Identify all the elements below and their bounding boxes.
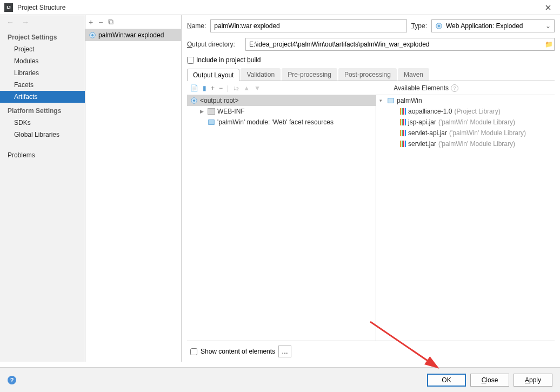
lib-node[interactable]: jsp-api.jar ('palmWin' Module Library) <box>376 117 555 128</box>
layout-toolbar: 📄 ▮ + − | ↓₂ ▲ ▼ Available Elements ? <box>187 81 555 95</box>
tab-validation[interactable]: Validation <box>241 68 281 81</box>
show-content-label: Show content of elements <box>201 348 275 355</box>
library-icon <box>400 141 406 147</box>
window-close-button[interactable] <box>541 2 556 13</box>
library-icon <box>400 119 406 125</box>
lib-node[interactable]: aopalliance-1.0 (Project Library) <box>376 106 555 117</box>
tab-strip: Output Layout Validation Pre-processing … <box>187 68 555 81</box>
nav-forward-icon[interactable]: → <box>22 18 29 26</box>
available-tree: ▾ palmWin aopalliance-1.0 (Project Libra… <box>376 95 555 341</box>
svg-rect-4 <box>388 98 394 103</box>
tab-preprocessing[interactable]: Pre-processing <box>282 68 337 81</box>
move-up-icon[interactable]: ▲ <box>243 84 250 92</box>
content-panel: Name: Type: Web Application: Exploded ⌄ … <box>182 15 560 362</box>
new-dir-icon[interactable]: ▮ <box>203 84 206 92</box>
dialog-footer: ? OK Close Apply <box>0 367 560 392</box>
sidebar-item-libraries[interactable]: Libraries <box>0 67 85 79</box>
lib-node[interactable]: servlet-api.jar ('palmWin' Module Librar… <box>376 128 555 138</box>
new-folder-icon[interactable]: 📄 <box>190 84 198 92</box>
ok-button[interactable]: OK <box>427 374 466 387</box>
artifact-toolbar: + − ⧉ <box>85 15 181 29</box>
sidebar-nav: ← → <box>0 15 85 29</box>
type-label: Type: <box>411 22 427 30</box>
remove-icon[interactable]: − <box>98 18 103 26</box>
main-area: ← → Project Settings Project Modules Lib… <box>0 15 560 362</box>
output-dir-input[interactable] <box>246 38 543 50</box>
expand-icon[interactable]: ▶ <box>200 109 205 114</box>
sidebar-item-sdks[interactable]: SDKs <box>0 117 85 129</box>
facet-resources-node[interactable]: 'palmWin' module: 'Web' facet resources <box>187 117 376 128</box>
sidebar: ← → Project Settings Project Modules Lib… <box>0 15 85 362</box>
type-value: Web Application: Exploded <box>446 22 523 30</box>
sidebar-item-problems[interactable]: Problems <box>0 149 85 161</box>
name-label: Name: <box>187 22 206 30</box>
move-down-icon[interactable]: ▼ <box>254 84 261 92</box>
tab-maven[interactable]: Maven <box>398 68 429 81</box>
sidebar-item-artifacts[interactable]: Artifacts <box>0 91 85 103</box>
folder-icon <box>208 108 215 115</box>
library-icon <box>400 130 406 136</box>
output-dir-label: Output directory: <box>187 41 241 48</box>
help-button[interactable]: ? <box>8 376 16 384</box>
lib-node[interactable]: servlet.jar ('palmWin' Module Library) <box>376 138 555 149</box>
webapp-icon <box>435 22 443 30</box>
sidebar-item-facets[interactable]: Facets <box>0 79 85 91</box>
artifact-entry[interactable]: palmWin:war exploded <box>85 29 181 41</box>
available-elements-header: Available Elements ? <box>394 84 458 92</box>
svg-rect-3 <box>209 120 215 125</box>
artifact-root-icon <box>190 97 198 104</box>
tab-output-layout[interactable]: Output Layout <box>187 69 239 81</box>
add-icon[interactable]: + <box>89 18 93 26</box>
chevron-down-icon: ⌄ <box>545 22 551 30</box>
artifact-list-panel: + − ⧉ palmWin:war exploded <box>85 15 182 362</box>
close-button[interactable]: Close <box>470 374 509 387</box>
sidebar-item-global-libraries[interactable]: Global Libraries <box>0 129 85 141</box>
nav-back-icon[interactable]: ← <box>6 18 14 26</box>
copy-icon[interactable]: ⧉ <box>108 17 114 26</box>
show-content-more-button[interactable]: … <box>278 346 291 357</box>
window-title: Project Structure <box>17 4 541 11</box>
artifact-entry-label: palmWin:war exploded <box>98 31 164 39</box>
browse-folder-icon[interactable]: 📁 <box>543 41 554 48</box>
remove-item-icon[interactable]: − <box>219 84 223 92</box>
web-facet-icon <box>208 118 215 126</box>
name-input[interactable] <box>210 19 406 32</box>
sidebar-item-modules[interactable]: Modules <box>0 55 85 67</box>
app-icon: IJ <box>4 3 13 12</box>
include-build-checkbox[interactable] <box>187 57 194 64</box>
output-root-node[interactable]: <output root> <box>187 95 376 106</box>
help-icon[interactable]: ? <box>451 84 458 92</box>
section-header-platform: Platform Settings <box>0 103 85 117</box>
title-bar: IJ Project Structure <box>0 0 560 15</box>
available-module-node[interactable]: ▾ palmWin <box>376 95 555 106</box>
artifact-icon <box>89 31 96 39</box>
include-build-label: Include in project build <box>196 56 261 64</box>
apply-button[interactable]: Apply <box>514 374 552 387</box>
expand-icon[interactable]: ▾ <box>379 98 385 103</box>
sort-icon[interactable]: ↓₂ <box>233 84 239 92</box>
dual-tree: <output root> ▶ WEB-INF 'palmWin' module… <box>187 95 555 341</box>
section-header-project: Project Settings <box>0 29 85 43</box>
show-content-checkbox[interactable] <box>190 348 197 355</box>
output-tree: <output root> ▶ WEB-INF 'palmWin' module… <box>187 95 376 341</box>
output-dir-field: 📁 <box>245 38 555 51</box>
add-copy-icon[interactable]: + <box>211 84 215 92</box>
tab-postprocessing[interactable]: Post-processing <box>338 68 397 81</box>
type-select[interactable]: Web Application: Exploded ⌄ <box>431 19 555 32</box>
module-icon <box>387 97 395 104</box>
sidebar-item-project[interactable]: Project <box>0 43 85 55</box>
webinf-node[interactable]: ▶ WEB-INF <box>187 106 376 117</box>
library-icon <box>400 108 406 115</box>
